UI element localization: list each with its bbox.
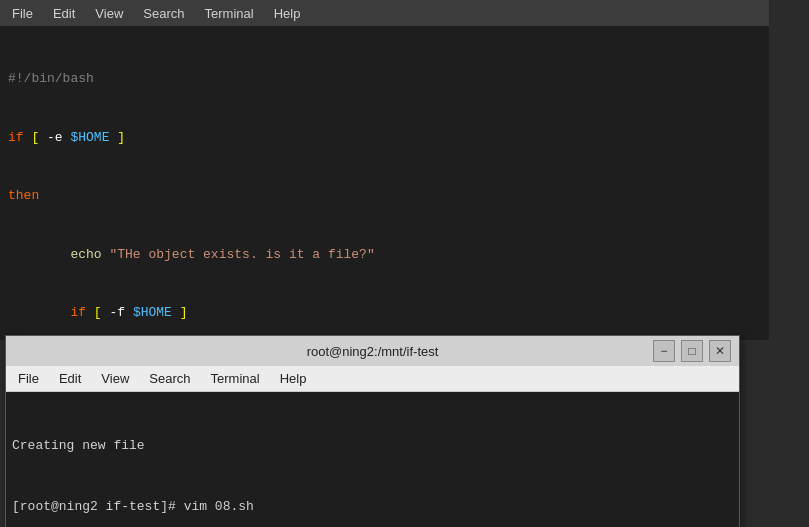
terminal-menu-view[interactable]: View [93,369,137,388]
terminal-title-bar: root@ning2:/mnt/if-test − □ ✕ [6,336,739,366]
code-line-2: if [ -e $HOME ] [8,128,761,148]
terminal-controls: − □ ✕ [653,340,731,362]
code-line-5: if [ -f $HOME ] [8,303,761,323]
terminal-line-1: Creating new file [12,436,733,456]
terminal-title: root@ning2:/mnt/if-test [307,344,439,359]
code-line-3: then [8,186,761,206]
editor-menu-view[interactable]: View [87,4,131,23]
close-button[interactable]: ✕ [709,340,731,362]
minimize-button[interactable]: − [653,340,675,362]
terminal-menu-file[interactable]: File [10,369,47,388]
maximize-button[interactable]: □ [681,340,703,362]
terminal-menu-search[interactable]: Search [141,369,198,388]
terminal-content[interactable]: Creating new file [root@ning2 if-test]# … [6,392,739,527]
editor-menu-terminal[interactable]: Terminal [197,4,262,23]
terminal-menu-edit[interactable]: Edit [51,369,89,388]
editor-menu-help[interactable]: Help [266,4,309,23]
code-line-1: #!/bin/bash [8,69,761,89]
editor-menu-file[interactable]: File [4,4,41,23]
terminal-line-2: [root@ning2 if-test]# vim 08.sh [12,497,733,517]
editor-menu-bar: File Edit View Search Terminal Help [0,0,769,26]
editor-window: File Edit View Search Terminal Help #!/b… [0,0,769,340]
terminal-menu-help[interactable]: Help [272,369,315,388]
terminal-window: root@ning2:/mnt/if-test − □ ✕ File Edit … [5,335,740,527]
editor-menu-search[interactable]: Search [135,4,192,23]
terminal-menu-terminal[interactable]: Terminal [203,369,268,388]
editor-menu-edit[interactable]: Edit [45,4,83,23]
code-line-4: echo "THe object exists. is it a file?" [8,245,761,265]
right-sidebar [769,0,809,527]
terminal-menu-bar: File Edit View Search Terminal Help [6,366,739,392]
